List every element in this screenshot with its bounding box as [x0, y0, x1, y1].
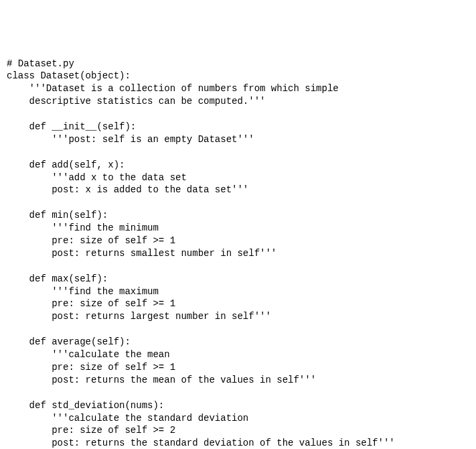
code-line: post: returns largest number in self''' — [7, 311, 271, 322]
code-line: pre: size of self >= 2 — [7, 425, 175, 436]
code-line: '''add x to the data set — [7, 172, 187, 183]
code-line: def min(self): — [7, 210, 108, 220]
code-line: def std_deviation(nums): — [7, 400, 164, 411]
code-line: pre: size of self >= 1 — [7, 298, 175, 309]
code-line: class Dataset(object): — [7, 70, 131, 81]
code-line: '''calculate the mean — [7, 349, 170, 360]
code-line: post: returns the mean of the values in … — [7, 375, 316, 385]
code-line: pre: size of self >= 1 — [7, 362, 175, 373]
code-line: post: x is added to the data set''' — [7, 184, 248, 195]
code-line: descriptive statistics can be computed.'… — [7, 96, 265, 107]
code-line: def max(self): — [7, 273, 108, 284]
code-line: def __init__(self): — [7, 121, 136, 132]
code-block: # Dataset.py class Dataset(object): '''D… — [7, 58, 469, 449]
code-line: '''post: self is an empty Dataset''' — [7, 134, 254, 145]
code-line: # Dataset.py — [7, 58, 74, 69]
code-line: def average(self): — [7, 336, 131, 347]
code-line: def add(self, x): — [7, 159, 125, 170]
code-line: pre: size of self >= 1 — [7, 235, 175, 246]
code-line: '''find the minimum — [7, 222, 159, 233]
code-line: '''calculate the standard deviation — [7, 413, 248, 424]
code-line: post: returns the standard deviation of … — [7, 438, 395, 448]
code-line: '''Dataset is a collection of numbers fr… — [7, 83, 339, 94]
code-line: post: returns smallest number in self''' — [7, 248, 276, 259]
code-line: '''find the maximum — [7, 286, 159, 297]
